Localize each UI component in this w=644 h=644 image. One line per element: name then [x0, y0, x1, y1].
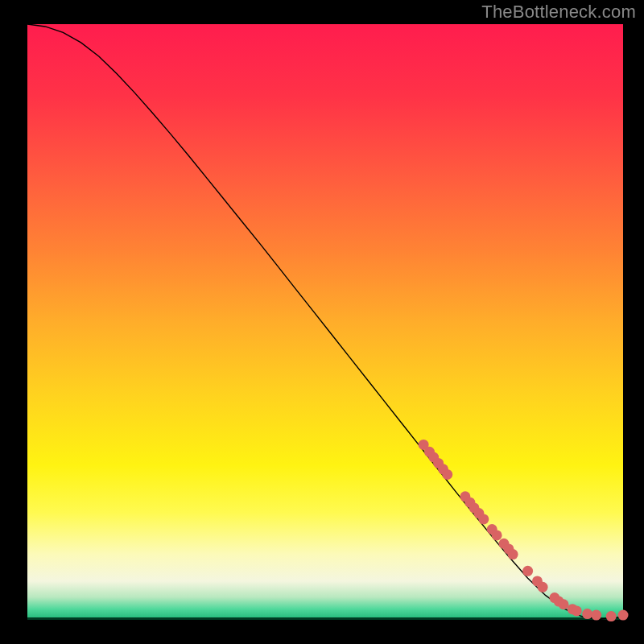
data-point [508, 549, 518, 559]
data-point [492, 530, 502, 540]
data-point [559, 599, 569, 609]
data-point [478, 514, 489, 524]
data-point [538, 582, 548, 592]
data-point [442, 469, 452, 480]
data-point [522, 566, 533, 576]
data-point [591, 610, 601, 621]
data-point [618, 610, 629, 621]
chart-container: TheBottleneck.com [0, 0, 644, 644]
chart-svg [0, 0, 644, 644]
data-point [606, 611, 617, 621]
data-point [572, 605, 582, 616]
data-point [582, 609, 592, 619]
gradient-background [27, 24, 623, 620]
plot-bottom-border [27, 617, 623, 620]
